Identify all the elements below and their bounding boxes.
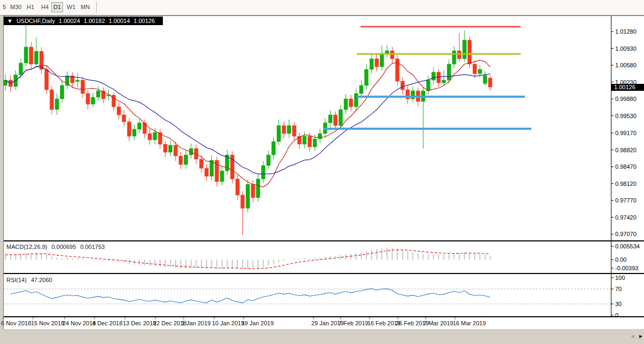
price-axis-label: 0.98470 <box>615 163 637 170</box>
price-axis-label: 1.00580 <box>615 62 637 68</box>
ohlc-high: 1.00182 <box>84 18 105 24</box>
tab-scroll-left-icon[interactable]: ◂ <box>631 332 634 340</box>
price-axis-label: 0.98820 <box>615 147 637 153</box>
date-axis-label: 19 Jan 2019 <box>241 320 274 326</box>
date-axis-label: 24 Nov 2018 <box>62 320 96 326</box>
date-axis-label: 13 Dec 2018 <box>123 320 156 326</box>
rsi-axis-label: 30 <box>615 301 622 307</box>
chart-title-bar: ▼USDCHF,Daily1.000241.001821.000141.0012… <box>4 17 163 25</box>
timeframe-toolbar: 5M30H1H4D1W1MN <box>0 0 644 15</box>
rsi-value: 47.2060 <box>31 277 52 283</box>
date-axis-label: 6 Nov 2018 <box>1 320 31 326</box>
ohlc-open: 1.00024 <box>59 18 80 24</box>
chart-symbol-label: USDCHF,Daily <box>17 18 55 24</box>
macd-main-value: 0.000695 <box>51 244 76 250</box>
tab-scroll-right-icon[interactable]: ▸ <box>639 332 642 340</box>
macd-indicator-label: MACD(12,26,9)0.0006950.001753 <box>6 244 109 250</box>
current-price-badge: 1.00126 <box>611 84 644 91</box>
timeframe-button-w1[interactable]: W1 <box>65 3 77 12</box>
ohlc-close: 1.00126 <box>133 18 155 24</box>
price-axis-label: 0.99530 <box>615 113 637 119</box>
macd-axis-label: -0.00393 <box>615 265 638 271</box>
rsi-name: RSI(14) <box>6 277 27 283</box>
price-axis-label: 0.99170 <box>615 130 637 136</box>
rsi-axis-label: 100 <box>615 275 625 281</box>
price-axis-label: 0.97420 <box>615 214 637 221</box>
ohlc-low: 1.00014 <box>109 18 130 24</box>
date-axis-label: 7 Mar 2019 <box>423 320 453 326</box>
date-axis-label: 7 Feb 2019 <box>339 320 368 326</box>
date-axis-label: 10 Jan 2019 <box>212 320 245 326</box>
toolbar-separator <box>96 2 97 13</box>
timeframe-button-mn[interactable]: MN <box>79 3 91 12</box>
price-axis-label: 0.98120 <box>615 181 637 187</box>
price-axis-label: 0.97770 <box>615 197 637 204</box>
price-axis-label: 0.97070 <box>615 231 637 237</box>
timeframe-button-h1[interactable]: H1 <box>25 3 36 12</box>
dropdown-caret-icon[interactable]: ▼ <box>7 18 13 24</box>
macd-signal-value: 0.001753 <box>80 244 105 250</box>
rsi-indicator-label: RSI(14)47.2060 <box>6 277 57 283</box>
price-axis-label: 0.99880 <box>615 96 637 102</box>
timeframe-button-m30[interactable]: M30 <box>9 3 23 12</box>
rsi-axis-label: 70 <box>615 286 622 292</box>
date-axis-label: 1 Jan 2019 <box>182 320 210 326</box>
date-axis-label: 16 Mar 2019 <box>453 320 486 326</box>
date-axis-label: 15 Nov 2018 <box>31 320 64 326</box>
timeframe-button-h4[interactable]: H4 <box>40 3 50 12</box>
date-axis-label: 4 Dec 2018 <box>92 320 122 326</box>
rsi-axis-label: 0 <box>615 312 618 318</box>
window-left-border <box>3 15 4 330</box>
timeframe-button-d1[interactable]: D1 <box>51 2 63 12</box>
tab-scroll-arrows: ◂ ▸ <box>628 332 642 340</box>
timeframe-button-5[interactable]: 5 <box>1 3 7 12</box>
price-axis-label: 1.00930 <box>615 45 637 52</box>
macd-axis-label: 0.005534 <box>615 243 640 249</box>
price-axis-label: 1.01280 <box>615 28 637 35</box>
chart-background[interactable] <box>4 15 644 329</box>
macd-axis-label: 0.00 <box>615 256 626 263</box>
macd-name: MACD(12,26,9) <box>6 244 47 250</box>
